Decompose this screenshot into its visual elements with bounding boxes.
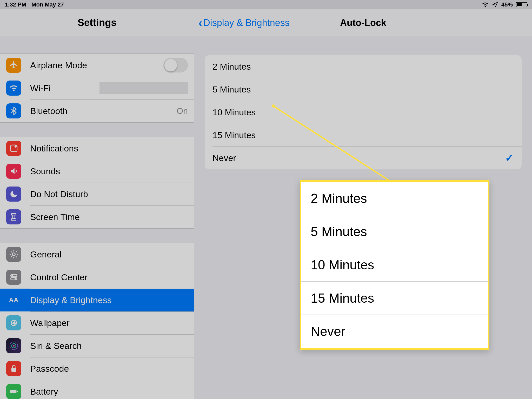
battery-percent: 45% xyxy=(501,1,513,8)
screen: 1:32 PM Mon May 27 45% Settings ‹ Displa… xyxy=(0,0,532,399)
svg-point-1 xyxy=(15,145,17,148)
status-right: 45% xyxy=(482,1,527,8)
sidebar-item-general[interactable]: General xyxy=(0,243,194,266)
sidebar-item-label: Wallpaper xyxy=(30,318,70,328)
svg-rect-13 xyxy=(10,390,17,393)
bluetooth-value: On xyxy=(177,106,188,116)
sidebar-item-wallpaper[interactable]: Wallpaper xyxy=(0,311,194,334)
wifi-name-redacted xyxy=(99,82,188,94)
sidebar-item-airplane-mode[interactable]: Airplane Mode xyxy=(0,54,194,77)
wifi-icon xyxy=(482,2,489,8)
sidebar-item-label: Airplane Mode xyxy=(30,60,87,70)
back-label: Display & Brightness xyxy=(203,17,290,28)
sidebar-item-label: Notifications xyxy=(30,143,78,154)
nav-bar: Settings ‹ Display & Brightness Auto-Loc… xyxy=(0,9,532,36)
svg-rect-14 xyxy=(17,391,18,392)
airplane-icon xyxy=(6,58,21,73)
sidebar-item-label: Sounds xyxy=(30,166,60,176)
option-label: 10 Minutes xyxy=(212,107,256,117)
sidebar-item-notifications[interactable]: Notifications xyxy=(0,137,194,160)
chevron-left-icon: ‹ xyxy=(198,17,202,29)
siri-icon xyxy=(6,338,21,353)
autolock-option-2-minutes[interactable]: 2 Minutes xyxy=(205,55,522,78)
sidebar-item-siri-search[interactable]: Siri & Search xyxy=(0,334,194,357)
autolock-options: 2 Minutes 5 Minutes 10 Minutes 15 Minute… xyxy=(205,55,522,169)
sidebar-item-label: Bluetooth xyxy=(30,106,68,116)
callout-item: 2 Minutes xyxy=(301,182,488,215)
airplane-toggle[interactable] xyxy=(163,58,188,72)
status-date: Mon May 27 xyxy=(31,1,64,8)
checkmark-icon: ✓ xyxy=(505,152,514,164)
sidebar-group-connectivity: Airplane Mode Wi-Fi Bluetooth On xyxy=(0,54,194,123)
sidebar-item-label: General xyxy=(30,249,62,260)
sidebar-item-label: Passcode xyxy=(30,364,69,374)
battery-icon xyxy=(516,2,527,7)
svg-point-11 xyxy=(13,345,15,347)
wifi-settings-icon xyxy=(6,81,21,96)
sidebar-item-control-center[interactable]: Control Center xyxy=(0,266,194,289)
svg-point-6 xyxy=(15,278,16,280)
status-time: 1:32 PM xyxy=(5,1,26,8)
sidebar-item-screen-time[interactable]: Screen Time xyxy=(0,205,194,228)
option-label: 5 Minutes xyxy=(212,84,251,95)
nav-left: Settings xyxy=(0,9,194,36)
status-bar: 1:32 PM Mon May 27 45% xyxy=(0,0,532,9)
settings-sidebar[interactable]: Airplane Mode Wi-Fi Bluetooth On xyxy=(0,36,194,399)
callout-item: 15 Minutes xyxy=(301,282,488,315)
status-left: 1:32 PM Mon May 27 xyxy=(5,1,64,8)
sidebar-item-do-not-disturb[interactable]: Do Not Disturb xyxy=(0,183,194,205)
callout-item: 5 Minutes xyxy=(301,215,488,248)
wallpaper-icon xyxy=(6,315,21,330)
sidebar-group-general: General Control Center AA Display & Brig… xyxy=(0,243,194,399)
bluetooth-icon xyxy=(6,103,21,118)
lock-icon xyxy=(6,361,21,376)
sidebar-item-label: Screen Time xyxy=(30,212,80,222)
sidebar-item-wifi[interactable]: Wi-Fi xyxy=(0,77,194,99)
svg-point-2 xyxy=(12,253,15,256)
callout-item: 10 Minutes xyxy=(301,248,488,282)
svg-point-4 xyxy=(11,275,13,276)
sidebar-item-display-brightness[interactable]: AA Display & Brightness xyxy=(0,289,194,311)
sidebar-item-label: Battery xyxy=(30,387,58,397)
sidebar-item-bluetooth[interactable]: Bluetooth On xyxy=(0,99,194,122)
nav-right: ‹ Display & Brightness Auto-Lock xyxy=(194,9,532,36)
option-label: 15 Minutes xyxy=(212,130,256,140)
dnd-icon xyxy=(6,187,21,202)
sidebar-item-label: Wi-Fi xyxy=(30,83,51,93)
sidebar-item-sounds[interactable]: Sounds xyxy=(0,160,194,183)
callout-box: 2 Minutes 5 Minutes 10 Minutes 15 Minute… xyxy=(300,180,489,350)
sidebar-item-passcode[interactable]: Passcode xyxy=(0,357,194,380)
sounds-icon xyxy=(6,164,21,179)
settings-title: Settings xyxy=(78,17,117,28)
back-button[interactable]: ‹ Display & Brightness xyxy=(198,9,290,36)
autolock-option-15-minutes[interactable]: 15 Minutes xyxy=(205,124,522,147)
notifications-icon xyxy=(6,141,21,156)
location-icon xyxy=(492,2,498,8)
svg-rect-12 xyxy=(11,368,16,372)
option-label: 2 Minutes xyxy=(212,62,251,72)
option-label: Never xyxy=(212,153,236,163)
sidebar-item-label: Control Center xyxy=(30,272,88,282)
battery-settings-icon xyxy=(6,384,21,399)
control-center-icon xyxy=(6,270,21,285)
sidebar-item-label: Do Not Disturb xyxy=(30,189,88,199)
sidebar-item-label: Siri & Search xyxy=(30,341,82,351)
gear-icon xyxy=(6,247,21,262)
autolock-option-5-minutes[interactable]: 5 Minutes xyxy=(205,78,522,101)
autolock-option-never[interactable]: Never ✓ xyxy=(205,147,522,169)
sidebar-group-alerts: Notifications Sounds Do Not Disturb Scre… xyxy=(0,137,194,229)
sidebar-item-battery[interactable]: Battery xyxy=(0,380,194,399)
callout-item: Never xyxy=(301,315,488,348)
display-icon: AA xyxy=(6,292,21,308)
screentime-icon xyxy=(6,209,21,224)
autolock-option-10-minutes[interactable]: 10 Minutes xyxy=(205,101,522,124)
sidebar-item-label: Display & Brightness xyxy=(30,295,112,305)
